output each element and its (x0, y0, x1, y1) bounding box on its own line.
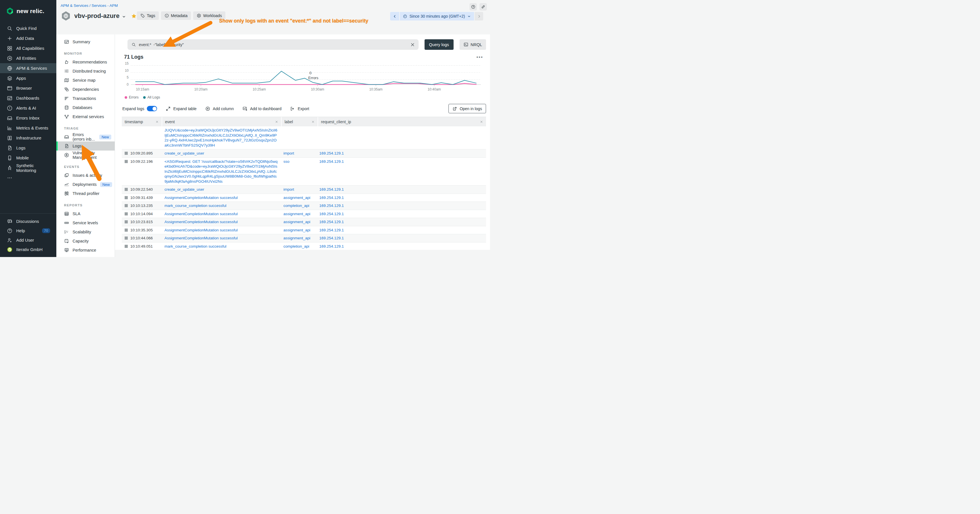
label-link[interactable]: import (283, 187, 313, 192)
subnav-item-errors-errors-inb[interactable]: Errors (errors inb...New (56, 132, 115, 142)
subnav-item-transactions[interactable]: Transactions (56, 94, 115, 103)
column-header-label[interactable]: label (282, 117, 318, 126)
row-select-square[interactable] (125, 245, 128, 248)
sidebar-item-infrastructure[interactable]: Infrastructure (0, 133, 56, 143)
sidebar-item-dashboards[interactable]: Dashboards (0, 93, 56, 103)
subnav-item-recommendations[interactable]: Recommendations (56, 57, 115, 67)
toggle-on-icon[interactable] (147, 106, 157, 111)
expand-table-button[interactable]: Expand table (165, 106, 197, 111)
row-select-square[interactable] (125, 237, 128, 240)
row-select-square[interactable] (125, 196, 128, 199)
column-header-timestamp[interactable]: timestamp (122, 117, 162, 126)
add-to-dashboard-button[interactable]: Add to dashboard (242, 106, 282, 111)
label-link[interactable]: completion_api (283, 244, 313, 249)
subnav-item-deployments[interactable]: DeploymentsNew (56, 180, 115, 189)
sidebar-item-browser[interactable]: Browser (0, 83, 56, 93)
subnav-item-thread-profiler[interactable]: Thread profiler (56, 189, 115, 198)
ip-link[interactable]: 169.254.129.1 (319, 203, 483, 208)
table-row[interactable]: 10:09:20.895create_or_update_userimport1… (122, 150, 486, 158)
sidebar-item-alerts-ai[interactable]: Alerts & AI (0, 103, 56, 113)
row-select-square[interactable] (125, 160, 128, 163)
sidebar-item-all-entities[interactable]: All Entities (0, 53, 56, 63)
favorite-star-icon[interactable] (131, 13, 137, 19)
remove-column-icon[interactable] (311, 120, 315, 124)
table-row[interactable]: 10:09:31.439AssignmentCompletionMutation… (122, 194, 486, 202)
time-picker-dropdown[interactable]: Since 30 minutes ago (GMT+2) (400, 12, 474, 21)
sidebar-footer-discussions[interactable]: Discussions (0, 216, 56, 226)
subnav-item-issues-activity[interactable]: Issues & activity (56, 171, 115, 180)
sidebar-item-apps[interactable]: Apps (0, 73, 56, 83)
table-row[interactable]: 10:10:44.066AssignmentCompletionMutation… (122, 234, 486, 242)
ip-link[interactable]: 169.254.129.1 (319, 195, 483, 201)
table-row[interactable]: 10:09:22.196<ASGIRequest: GET '/sso/call… (122, 158, 486, 186)
row-select-square[interactable] (125, 188, 128, 191)
legend-errors[interactable]: Errors (125, 95, 138, 99)
label-link[interactable]: assignment_api (283, 195, 313, 201)
label-link[interactable]: sso (283, 159, 313, 164)
sidebar-item-add-data[interactable]: Add Data (0, 33, 56, 43)
event-link[interactable]: create_or_update_user (164, 151, 278, 156)
label-link[interactable]: completion_api (283, 203, 313, 208)
column-header-event[interactable]: event (162, 117, 281, 126)
subnav-item-logs[interactable]: Logs (56, 142, 115, 151)
ip-link[interactable]: 169.254.129.1 (319, 212, 483, 216)
ip-link[interactable]: 169.254.129.1 (319, 151, 483, 156)
subnav-item-performance[interactable]: Performance (56, 246, 115, 255)
title-chevron-down-icon[interactable] (122, 14, 126, 19)
clear-query-button[interactable] (410, 42, 415, 47)
ip-link[interactable]: 169.254.129.1 (319, 244, 483, 249)
open-in-logs-button[interactable]: Open in logs (449, 104, 486, 113)
metadata-button[interactable]: Metadata (161, 11, 191, 20)
label-link[interactable]: assignment_api (283, 236, 313, 241)
label-link[interactable]: assignment_api (283, 220, 313, 224)
tags-button[interactable]: Tags (137, 11, 159, 20)
sidebar-footer-help[interactable]: Help70 (0, 226, 56, 236)
row-select-square[interactable] (125, 229, 128, 232)
time-picker-next[interactable] (475, 12, 483, 21)
table-row[interactable]: 10:10:23.815AssignmentCompletionMutation… (122, 218, 486, 226)
event-link[interactable]: AssignmentCompletionMutation successful (164, 228, 278, 233)
table-row[interactable]: 10:10:49.051mark_course_completion succe… (122, 242, 486, 250)
sidebar-item-apm-services[interactable]: APM & Services (0, 63, 56, 73)
remove-column-icon[interactable] (155, 120, 159, 124)
ip-link[interactable]: 169.254.129.1 (319, 159, 483, 164)
event-link[interactable]: AssignmentCompletionMutation successful (164, 195, 278, 201)
legend-all-logs[interactable]: All Logs (143, 95, 160, 99)
sidebar-footer-add-user[interactable]: Add User (0, 236, 56, 245)
copy-link-button[interactable] (479, 3, 487, 11)
event-link[interactable]: AssignmentCompletionMutation successful (164, 220, 278, 224)
ip-link[interactable]: 169.254.129.1 (319, 220, 483, 224)
log-query-input[interactable] (139, 42, 407, 47)
sidebar-item-synthetic-monitoring[interactable]: Synthetic Monitoring (0, 163, 56, 173)
sidebar-item-item[interactable] (0, 173, 56, 183)
event-link[interactable]: mark_course_completion successful (164, 244, 278, 249)
add-column-button[interactable]: Add column (205, 106, 234, 111)
subnav-item-vulnerability-management[interactable]: Vulnerability Management (56, 151, 115, 160)
subnav-item-dependencies[interactable]: Dependencies (56, 85, 115, 94)
sidebar-item-mobile[interactable]: Mobile (0, 153, 56, 163)
sidebar-item-quick-find[interactable]: Quick Find (0, 23, 56, 33)
event-link[interactable]: AssignmentCompletionMutation successful (164, 212, 278, 216)
subnav-item-sla[interactable]: SLA (56, 209, 115, 218)
export-button[interactable]: Export (290, 106, 309, 111)
logs-timeseries-chart[interactable]: 05101510:15am10:20am10:25am10:30am10:35a… (123, 62, 486, 93)
sidebar-footer-iterativ-gmbh[interactable]: Iterativ GmbH (0, 245, 56, 254)
sidebar-item-metrics-events[interactable]: Metrics & Events (0, 123, 56, 133)
expand-logs-toggle[interactable]: Expand logs (123, 106, 157, 111)
table-row[interactable]: 10:10:13.235mark_course_completion succe… (122, 202, 486, 210)
table-row[interactable]: 10:09:22.540create_or_update_userimport1… (122, 186, 486, 194)
ip-link[interactable]: 169.254.129.1 (319, 228, 483, 233)
event-link[interactable]: <ASGIRequest: GET '/sso/callback/?state=… (164, 159, 278, 184)
label-link[interactable]: assignment_api (283, 228, 313, 233)
ip-link[interactable]: 169.254.129.1 (319, 187, 483, 192)
logs-card-menu[interactable]: ••• (476, 56, 483, 59)
column-header-request-client-ip[interactable]: request_client_ip (318, 117, 486, 126)
row-select-square[interactable] (125, 220, 128, 223)
help-button[interactable] (469, 3, 477, 11)
sidebar-item-all-capabilities[interactable]: All Capabilities (0, 43, 56, 53)
label-link[interactable]: import (283, 151, 313, 156)
subnav-item-databases[interactable]: Databases (56, 103, 115, 112)
row-select-square[interactable] (125, 212, 128, 215)
subnav-item-scalability[interactable]: Scalability (56, 228, 115, 237)
event-link[interactable]: AssignmentCompletionMutation successful (164, 236, 278, 241)
